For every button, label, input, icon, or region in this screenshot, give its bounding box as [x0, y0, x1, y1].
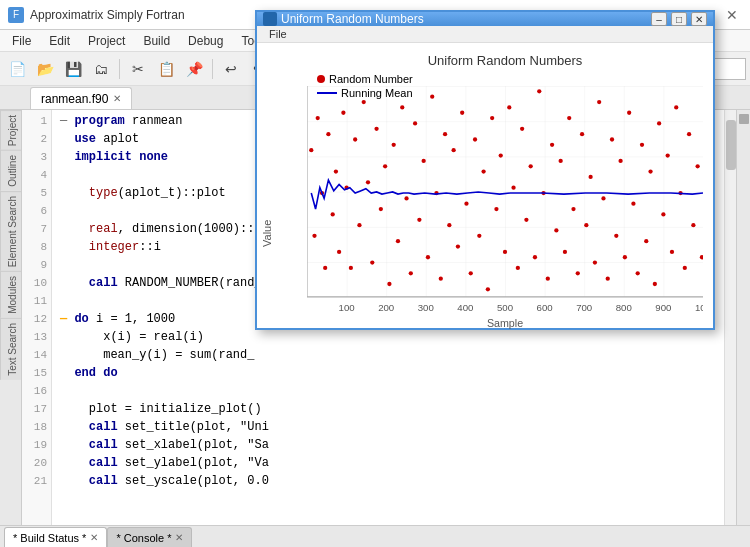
plot-title-bar[interactable]: Uniform Random Numbers – □ ✕: [257, 12, 713, 26]
chart-svg: 0.0 0.2 0.4 0.6 0.8 1.0 1.2 100 200 300 …: [307, 74, 703, 344]
svg-point-54: [443, 132, 447, 136]
plot-maximize-button[interactable]: □: [671, 12, 687, 26]
svg-point-41: [387, 282, 391, 286]
svg-point-37: [370, 260, 374, 264]
svg-point-98: [631, 202, 635, 206]
svg-point-65: [490, 116, 494, 120]
svg-rect-0: [307, 86, 703, 297]
right-sidebar: [736, 110, 750, 525]
code-line: plot = initialize_plot(): [60, 400, 728, 418]
svg-point-103: [653, 282, 657, 286]
scrollbar-v[interactable]: [724, 110, 736, 525]
svg-text:600: 600: [537, 302, 553, 313]
svg-point-88: [588, 175, 592, 179]
sidebar-panel-text[interactable]: Text Search: [0, 318, 21, 380]
svg-point-44: [400, 105, 404, 109]
svg-point-48: [417, 218, 421, 222]
svg-point-29: [337, 250, 341, 254]
sidebar-panel-element[interactable]: Element Search: [0, 191, 21, 271]
sidebar-panel-project[interactable]: Project: [0, 110, 21, 150]
svg-point-23: [316, 116, 320, 120]
svg-point-87: [584, 223, 588, 227]
tab-close-icon[interactable]: ✕: [113, 93, 121, 104]
app-title: Approximatrix Simply Fortran: [30, 8, 185, 22]
svg-point-70: [511, 186, 515, 190]
svg-point-95: [618, 159, 622, 163]
tab-build-status[interactable]: * Build Status * ✕: [4, 527, 107, 547]
copy-button[interactable]: 📋: [153, 56, 179, 82]
code-line: [60, 382, 728, 400]
save-button[interactable]: 💾: [60, 56, 86, 82]
svg-point-82: [563, 250, 567, 254]
svg-point-89: [593, 260, 597, 264]
svg-point-78: [546, 277, 550, 281]
close-button[interactable]: ✕: [722, 5, 742, 25]
svg-point-108: [674, 105, 678, 109]
console-tab-close[interactable]: ✕: [175, 532, 183, 543]
svg-point-35: [362, 100, 366, 104]
svg-point-102: [648, 169, 652, 173]
svg-point-96: [623, 255, 627, 259]
menu-project[interactable]: Project: [80, 32, 133, 50]
menu-build[interactable]: Build: [135, 32, 178, 50]
sidebar-panel-modules[interactable]: Modules: [0, 271, 21, 318]
svg-point-22: [312, 234, 316, 238]
svg-point-101: [644, 239, 648, 243]
sidebar-panel-outline[interactable]: Outline: [0, 150, 21, 191]
svg-point-40: [383, 164, 387, 168]
svg-point-33: [353, 137, 357, 141]
svg-text:800: 800: [616, 302, 632, 313]
svg-point-62: [477, 234, 481, 238]
tab-ranmean-f90[interactable]: ranmean.f90 ✕: [30, 87, 132, 109]
plot-area: Uniform Random Numbers Random Number Run…: [257, 43, 713, 363]
undo-button[interactable]: ↩: [218, 56, 244, 82]
y-axis-label: Value: [261, 203, 273, 263]
code-line: call set_xlabel(plot, "Sa: [60, 436, 728, 454]
svg-point-42: [392, 143, 396, 147]
paste-button[interactable]: 📌: [181, 56, 207, 82]
plot-menu-file[interactable]: File: [261, 26, 295, 42]
save-all-button[interactable]: 🗂: [88, 56, 114, 82]
svg-point-53: [439, 277, 443, 281]
svg-point-104: [657, 121, 661, 125]
svg-point-36: [366, 180, 370, 184]
svg-text:100: 100: [339, 302, 355, 313]
menu-edit[interactable]: Edit: [41, 32, 78, 50]
svg-point-27: [331, 212, 335, 216]
svg-point-75: [533, 255, 537, 259]
svg-point-50: [426, 255, 430, 259]
tab-console[interactable]: * Console * ✕: [107, 527, 192, 547]
svg-point-91: [601, 196, 605, 200]
svg-point-113: [696, 164, 700, 168]
svg-point-55: [447, 223, 451, 227]
svg-text:100: 100: [695, 302, 703, 313]
menu-file[interactable]: File: [4, 32, 39, 50]
svg-point-69: [507, 105, 511, 109]
svg-point-66: [494, 207, 498, 211]
svg-text:300: 300: [418, 302, 434, 313]
legend-mean-label: Running Mean: [341, 87, 413, 99]
plot-close-button[interactable]: ✕: [691, 12, 707, 26]
code-line: call set_yscale(plot, 0.0: [60, 472, 728, 490]
cut-button[interactable]: ✂: [125, 56, 151, 82]
legend-random-dot: [317, 75, 325, 83]
svg-point-107: [670, 250, 674, 254]
chart-title: Uniform Random Numbers: [307, 53, 703, 68]
open-button[interactable]: 📂: [32, 56, 58, 82]
legend-mean-line: [317, 92, 337, 94]
bottom-tab-bar: * Build Status * ✕ * Console * ✕: [0, 526, 750, 547]
svg-point-97: [627, 111, 631, 115]
plot-window[interactable]: Uniform Random Numbers – □ ✕ File Unifor…: [255, 10, 715, 330]
build-tab-close[interactable]: ✕: [90, 532, 98, 543]
svg-point-60: [469, 271, 473, 275]
plot-minimize-button[interactable]: –: [651, 12, 667, 26]
build-status-tab-label: * Build Status *: [13, 532, 86, 544]
legend-running-mean: Running Mean: [317, 87, 413, 99]
svg-point-73: [524, 218, 528, 222]
svg-point-72: [520, 127, 524, 131]
menu-debug[interactable]: Debug: [180, 32, 231, 50]
new-button[interactable]: 📄: [4, 56, 30, 82]
svg-point-39: [379, 207, 383, 211]
code-line: end do: [60, 364, 728, 382]
plot-title-content: Uniform Random Numbers: [263, 12, 424, 26]
